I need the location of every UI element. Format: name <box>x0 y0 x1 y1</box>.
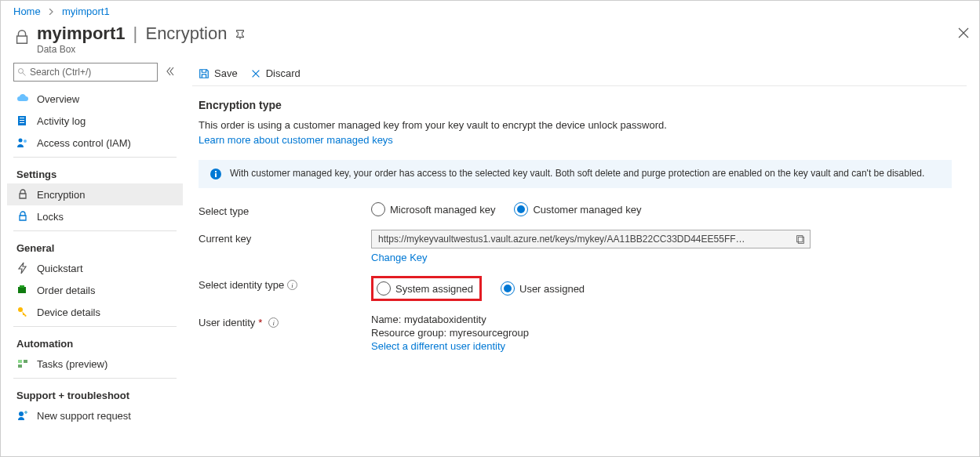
pin-icon[interactable] <box>235 24 246 44</box>
learn-more-link[interactable]: Learn more about customer managed keys <box>199 134 393 146</box>
radio-customer-managed[interactable]: Customer managed key <box>514 202 641 216</box>
svg-point-13 <box>19 412 24 416</box>
svg-rect-16 <box>215 171 217 172</box>
section-title: Encryption type <box>199 99 939 111</box>
info-banner: With customer managed key, your order ha… <box>199 160 952 188</box>
nav-tasks[interactable]: Tasks (preview) <box>7 353 183 375</box>
highlight-box: System assigned <box>371 276 482 301</box>
page-header: myimport1 | Encryption Data Box <box>1 20 979 63</box>
identity-name: mydataboxidentity <box>404 314 486 325</box>
nav-group-settings: Settings <box>7 161 183 183</box>
nav-order-details[interactable]: Order details <box>7 279 183 301</box>
svg-point-0 <box>19 69 24 74</box>
radio-user-assigned[interactable]: User assigned <box>501 281 585 296</box>
order-icon <box>16 284 29 296</box>
encryption-type-section: Encryption type This order is using a cu… <box>192 86 945 146</box>
nav-iam[interactable]: Access control (IAM) <box>7 132 183 154</box>
svg-rect-4 <box>20 122 24 123</box>
nav-overview[interactable]: Overview <box>7 88 183 110</box>
collapse-sidebar-button[interactable] <box>164 67 177 78</box>
save-button[interactable]: Save <box>199 67 238 79</box>
user-identity-label: User identity * i <box>199 314 371 328</box>
info-text: With customer managed key, your order ha… <box>230 168 924 179</box>
svg-rect-10 <box>18 360 22 363</box>
log-icon <box>16 114 29 127</box>
close-button[interactable] <box>954 24 967 36</box>
sidebar: Search (Ctrl+/) Overview Activity log Ac… <box>1 63 183 457</box>
select-type-label: Select type <box>199 202 371 217</box>
section-description: This order is using a customer managed k… <box>199 119 939 131</box>
identity-rg: myresourcegroup <box>450 327 529 339</box>
people-icon <box>16 136 29 149</box>
nav-new-support[interactable]: New support request <box>7 404 183 426</box>
nav-group-automation: Automation <box>7 330 183 353</box>
resource-name: myimport1 <box>37 24 125 43</box>
lightning-icon <box>16 262 29 274</box>
nav-device-details[interactable]: Device details <box>7 301 183 323</box>
svg-point-6 <box>24 140 27 143</box>
svg-rect-3 <box>20 120 24 121</box>
user-identity-block: Name: mydataboxidentity Resource group: … <box>371 314 939 352</box>
current-key-value[interactable]: https://mykeyvaultwestus1.vault.azure.ne… <box>372 234 791 245</box>
svg-rect-12 <box>18 365 22 368</box>
lock-icon <box>13 28 29 47</box>
lock-small-icon <box>16 188 29 201</box>
nav-locks[interactable]: Locks <box>7 205 183 227</box>
page-name: Encryption <box>145 24 227 43</box>
svg-rect-15 <box>215 173 217 177</box>
required-asterisk: * <box>258 317 262 328</box>
nav-group-general: General <box>7 234 183 257</box>
radio-system-assigned[interactable]: System assigned <box>377 281 473 296</box>
toolbar: Save Discard <box>192 63 979 85</box>
breadcrumb: Home myimport1 <box>1 1 979 20</box>
svg-rect-2 <box>20 118 24 118</box>
breadcrumb-home[interactable]: Home <box>13 5 41 17</box>
svg-rect-8 <box>20 285 24 288</box>
info-tooltip-icon[interactable]: i <box>287 280 297 290</box>
discard-button[interactable]: Discard <box>250 67 301 79</box>
nav-activity-log[interactable]: Activity log <box>7 110 183 132</box>
copy-key-button[interactable] <box>791 234 810 245</box>
info-icon <box>209 168 222 180</box>
search-placeholder: Search (Ctrl+/) <box>30 67 91 78</box>
radio-ms-managed[interactable]: Microsoft managed key <box>371 202 495 216</box>
svg-rect-7 <box>18 287 26 293</box>
select-identity-type-label: Select identity type i <box>199 276 371 291</box>
current-key-field: https://mykeyvaultwestus1.vault.azure.ne… <box>371 230 811 248</box>
sidebar-search-input[interactable]: Search (Ctrl+/) <box>13 63 158 82</box>
page-title: myimport1 | Encryption <box>37 24 954 44</box>
breadcrumb-current[interactable]: myimport1 <box>62 5 110 17</box>
info-tooltip-icon[interactable]: i <box>268 317 279 328</box>
key-icon <box>16 306 29 318</box>
change-key-link[interactable]: Change Key <box>371 252 939 263</box>
resource-type: Data Box <box>37 44 954 55</box>
nav-group-support: Support + troubleshoot <box>7 382 183 404</box>
encryption-form: Select type Microsoft managed key Custom… <box>192 188 945 352</box>
lock-small-icon <box>16 210 29 223</box>
nav-encryption[interactable]: Encryption <box>7 183 183 205</box>
cloud-icon <box>16 92 29 105</box>
nav-quickstart[interactable]: Quickstart <box>7 257 183 279</box>
svg-rect-11 <box>24 360 27 363</box>
main-panel: Save Discard Encryption type This order … <box>183 63 979 457</box>
breadcrumb-separator <box>48 5 57 17</box>
tasks-icon <box>16 357 29 370</box>
support-icon <box>16 409 29 422</box>
sidebar-nav: Overview Activity log Access control (IA… <box>7 88 183 426</box>
svg-point-5 <box>19 139 23 143</box>
current-key-label: Current key <box>199 230 371 245</box>
select-different-identity-link[interactable]: Select a different user identity <box>371 340 505 352</box>
